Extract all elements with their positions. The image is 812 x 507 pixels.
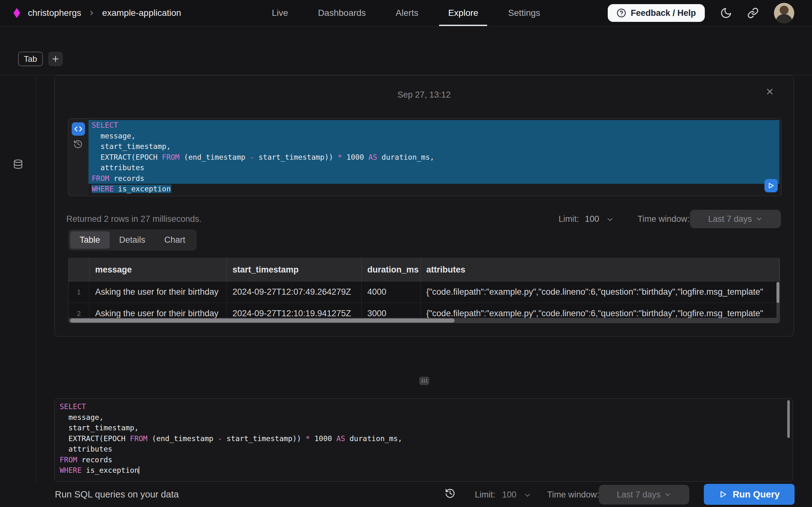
- chevron-down-icon: [755, 215, 763, 223]
- close-card-button[interactable]: [765, 87, 774, 96]
- sql-text: attributes: [60, 445, 112, 453]
- sql-text: duration_ms,: [377, 153, 434, 161]
- table-vertical-scrollbar[interactable]: [776, 282, 779, 321]
- sql-mode-button[interactable]: [72, 122, 85, 135]
- add-tab-button[interactable]: [48, 52, 63, 66]
- sql-line[interactable]: EXTRACT(EPOCH FROM (end_timestamp - star…: [55, 434, 792, 444]
- run-inline-button[interactable]: [764, 179, 778, 192]
- sql-line[interactable]: FROM records: [55, 455, 792, 465]
- executed-sql-text[interactable]: SELECT message, start_timestamp, EXTRACT…: [89, 118, 779, 196]
- nav-right: Feedback / Help: [608, 0, 794, 26]
- column-header-duration_ms[interactable]: duration_ms: [362, 258, 420, 281]
- limit-label-bottom: Limit:: [475, 490, 496, 500]
- query-tab-bar: Tab: [18, 52, 63, 66]
- sql-line[interactable]: SELECT: [89, 120, 779, 131]
- table-row[interactable]: 1Asking the user for their birthday2024-…: [68, 281, 780, 303]
- sql-line[interactable]: WHERE is_exception: [89, 184, 779, 194]
- editor-hint: Run SQL queries on your data: [55, 489, 179, 500]
- sql-text: EXTRACT(EPOCH: [60, 435, 130, 443]
- table-horizontal-scrollbar-thumb[interactable]: [70, 319, 455, 323]
- time-window-select[interactable]: Last 7 days: [690, 210, 781, 228]
- breadcrumb-org[interactable]: christophergs: [28, 8, 81, 18]
- sql-keyword: *: [305, 435, 310, 443]
- split-resize-handle[interactable]: [419, 377, 429, 385]
- sql-text: 1000: [310, 435, 336, 443]
- cell-num: 1: [68, 281, 90, 303]
- link-icon: [747, 7, 759, 19]
- sql-line[interactable]: SELECT: [55, 401, 792, 412]
- sql-text: (end_timestamp: [180, 153, 250, 161]
- theme-toggle-button[interactable]: [720, 7, 732, 19]
- logfire-diamond-logo: [13, 8, 21, 18]
- editor-vertical-scrollbar-thumb[interactable]: [787, 400, 790, 438]
- query-history-button[interactable]: [73, 139, 83, 149]
- column-header-message[interactable]: message: [90, 258, 227, 281]
- sql-line[interactable]: EXTRACT(EPOCH FROM (end_timestamp - star…: [89, 152, 779, 163]
- sql-line[interactable]: start_timestamp,: [55, 423, 792, 434]
- sql-keyword: AS: [368, 153, 377, 161]
- column-header-num[interactable]: [68, 258, 90, 281]
- share-link-button[interactable]: [747, 7, 759, 19]
- sql-line[interactable]: attributes: [89, 163, 779, 173]
- sql-text: records: [109, 174, 144, 182]
- view-tab-chart[interactable]: Chart: [155, 231, 195, 249]
- sql-text: EXTRACT(EPOCH: [92, 153, 162, 161]
- sql-line[interactable]: message,: [89, 131, 779, 142]
- table-vertical-scrollbar-thumb[interactable]: [776, 282, 779, 303]
- close-icon: [765, 87, 774, 96]
- sql-text: start_timestamp)): [254, 153, 338, 161]
- chevron-down-icon[interactable]: [523, 491, 531, 499]
- schema-browser-button[interactable]: [13, 159, 23, 170]
- sql-line[interactable]: attributes: [55, 444, 792, 455]
- sql-line[interactable]: WHERE is_exception: [55, 465, 792, 476]
- sql-line[interactable]: start_timestamp,: [89, 141, 779, 152]
- limit-select-bottom[interactable]: 100: [502, 490, 516, 500]
- view-tab-table[interactable]: Table: [70, 231, 110, 249]
- nav-item-live[interactable]: Live: [257, 0, 303, 26]
- sql-editor[interactable]: SELECT message, start_timestamp, EXTRACT…: [54, 398, 793, 482]
- nav-item-alerts[interactable]: Alerts: [380, 0, 433, 26]
- text-caret: [139, 466, 139, 474]
- breadcrumb: christophergs example-application: [13, 0, 181, 26]
- sql-text: records: [77, 456, 112, 464]
- sql-keyword: FROM: [162, 153, 180, 161]
- sql-keyword: FROM: [92, 174, 109, 182]
- sql-line[interactable]: FROM records: [89, 173, 779, 184]
- column-header-start_timestamp[interactable]: start_timestamp: [227, 258, 362, 281]
- nav-item-dashboards[interactable]: Dashboards: [303, 0, 380, 26]
- sql-text: attributes: [92, 164, 144, 172]
- cell-message: Asking the user for their birthday: [90, 281, 227, 303]
- sql-text: start_timestamp,: [60, 424, 139, 432]
- time-window-select-bottom[interactable]: Last 7 days: [599, 485, 689, 504]
- column-header-attributes[interactable]: attributes: [420, 258, 780, 281]
- executed-sql-block: SELECT message, start_timestamp, EXTRACT…: [68, 118, 781, 196]
- sql-text: message,: [92, 132, 136, 140]
- history-icon: [445, 488, 455, 499]
- chevron-down-icon[interactable]: [606, 216, 614, 224]
- left-rail: [0, 75, 36, 483]
- sql-text: 1000: [342, 153, 368, 161]
- feedback-help-button[interactable]: Feedback / Help: [608, 4, 705, 22]
- query-history-button-bottom[interactable]: [445, 488, 455, 499]
- nav-item-settings[interactable]: Settings: [493, 0, 555, 26]
- sql-editor-text[interactable]: SELECT message, start_timestamp, EXTRACT…: [55, 401, 792, 476]
- view-tab-details[interactable]: Details: [110, 231, 155, 249]
- user-avatar[interactable]: [774, 3, 794, 23]
- play-icon: [767, 182, 775, 189]
- time-window-label: Time window:: [638, 214, 690, 224]
- logfire-explore-page: christophergs example-application LiveDa…: [0, 0, 812, 507]
- limit-label: Limit:: [559, 214, 579, 224]
- table-header-row: messagestart_timestampduration_msattribu…: [68, 258, 780, 281]
- result-view-tabs: TableDetailsChart: [68, 229, 197, 250]
- sql-keyword: -: [218, 435, 222, 443]
- limit-select[interactable]: 100: [585, 214, 599, 224]
- top-nav: christophergs example-application LiveDa…: [0, 0, 812, 26]
- query-tab[interactable]: Tab: [18, 52, 43, 66]
- history-icon: [73, 139, 83, 149]
- sql-line[interactable]: message,: [55, 412, 792, 423]
- run-query-button[interactable]: Run Query: [704, 484, 795, 505]
- nav-item-explore[interactable]: Explore: [433, 0, 493, 26]
- breadcrumb-project[interactable]: example-application: [102, 8, 181, 18]
- table-horizontal-scrollbar[interactable]: [68, 318, 780, 323]
- feedback-help-label: Feedback / Help: [630, 8, 696, 18]
